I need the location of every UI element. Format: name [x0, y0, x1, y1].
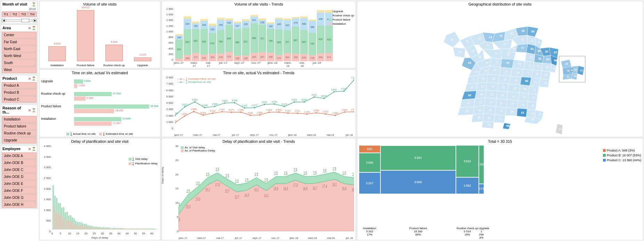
- svg-text:2,5: 2,5: [274, 171, 278, 176]
- svg-text:92: 92: [571, 69, 573, 71]
- filter-item[interactable]: John DOE A: [2, 153, 37, 159]
- legend-label: ∑ Estimated time on site: [103, 132, 133, 135]
- svg-point-102: [193, 111, 194, 112]
- svg-text:2,5: 2,5: [196, 181, 200, 186]
- svg-text:06: 06: [538, 113, 541, 116]
- svg-text:82: 82: [489, 109, 492, 112]
- svg-text:33: 33: [468, 94, 471, 97]
- year-label: 2018: [1, 7, 37, 11]
- clear-filter-icon[interactable]: ⏳: [32, 26, 36, 30]
- quarter-tr2[interactable]: Tr2: [10, 11, 19, 17]
- svg-point-164: [304, 101, 305, 103]
- svg-text:14,3: 14,3: [244, 193, 249, 197]
- filter-item[interactable]: North East: [2, 46, 37, 52]
- filter-item[interactable]: West: [2, 67, 37, 73]
- svg-text:71: 71: [527, 72, 530, 75]
- chart-title: Total = 30 315: [357, 138, 643, 145]
- svg-text:77: 77: [580, 70, 583, 72]
- filter-item[interactable]: John DOE C: [2, 166, 37, 173]
- filter-item[interactable]: Product B: [2, 89, 37, 96]
- chart-volume-trends: Volume of site visits - Trends 1 8001 60…: [161, 1, 356, 69]
- svg-text:3 386: 3 386: [212, 103, 218, 105]
- svg-text:3 180: 3 180: [202, 104, 208, 107]
- svg-text:2 580: 2 580: [191, 108, 197, 110]
- multiselect-icon[interactable]: ⤬: [28, 77, 31, 80]
- svg-text:2,5: 2,5: [235, 179, 239, 184]
- quarter-tr4[interactable]: Tr4: [28, 11, 37, 17]
- svg-text:58: 58: [517, 71, 520, 74]
- clear-filter-icon[interactable]: ⏳: [32, 147, 36, 151]
- multiselect-icon[interactable]: ⤬: [28, 108, 31, 112]
- svg-text:26: 26: [532, 96, 535, 99]
- svg-text:2 207: 2 207: [323, 110, 329, 113]
- svg-text:4 633: 4 633: [321, 95, 327, 97]
- svg-text:17: 17: [470, 86, 474, 89]
- svg-text:3 323: 3 323: [182, 103, 188, 106]
- svg-text:43: 43: [513, 87, 516, 90]
- svg-text:16,2: 16,2: [254, 187, 259, 192]
- svg-text:69: 69: [525, 79, 528, 83]
- svg-text:3 948: 3 948: [232, 99, 238, 102]
- clear-filter-icon[interactable]: ⏳: [32, 2, 36, 6]
- svg-point-100: [184, 116, 185, 117]
- multiselect-icon[interactable]: ⤬: [28, 147, 31, 151]
- svg-text:67: 67: [554, 51, 557, 54]
- filter-item[interactable]: Installation: [2, 116, 37, 123]
- svg-text:77: 77: [521, 47, 524, 50]
- svg-text:2 382: 2 382: [313, 109, 319, 112]
- clear-filter-icon[interactable]: ⏳: [32, 77, 36, 80]
- svg-text:13,0: 13,0: [195, 197, 200, 201]
- filter-item[interactable]: Far East: [2, 39, 37, 45]
- slider-track[interactable]: [6, 19, 32, 22]
- svg-text:17,4: 17,4: [322, 184, 327, 188]
- filter-item[interactable]: South: [2, 60, 37, 66]
- filter-item[interactable]: John DOE G: [2, 194, 37, 201]
- filter-item[interactable]: Product failure: [2, 123, 37, 130]
- quarter-tr3[interactable]: Tr3: [19, 11, 28, 17]
- france-map[interactable]: 29 22 56 35 50 14 61 53 44 76 27 80 62 5…: [357, 7, 643, 136]
- svg-point-120: [278, 111, 279, 113]
- svg-text:73: 73: [533, 88, 536, 92]
- filter-item[interactable]: North West: [2, 53, 37, 59]
- filter-item[interactable]: Routine check up: [2, 130, 37, 137]
- time-slider[interactable]: ◀ ▶: [1, 18, 37, 23]
- quarter-tr1[interactable]: Tr1: [2, 11, 10, 17]
- slider-right-icon[interactable]: ▶: [33, 19, 37, 22]
- svg-text:3 692: 3 692: [261, 101, 267, 103]
- svg-text:53: 53: [478, 55, 482, 59]
- filter-item[interactable]: John DOE H: [2, 201, 37, 208]
- svg-point-144: [204, 107, 206, 108]
- svg-text:56: 56: [458, 51, 461, 54]
- svg-text:30: 30: [511, 102, 514, 106]
- chart-delay-trends: Delay of planification and site visit - …: [161, 138, 356, 240]
- svg-text:2 547: 2 547: [219, 108, 225, 111]
- svg-point-118: [268, 111, 270, 113]
- svg-text:65: 65: [477, 116, 481, 119]
- svg-text:61: 61: [487, 44, 490, 47]
- svg-text:03: 03: [504, 78, 507, 81]
- svg-text:46: 46: [490, 101, 493, 104]
- clear-filter-icon[interactable]: ⏳: [32, 108, 36, 112]
- filter-item[interactable]: Product C: [2, 96, 37, 103]
- filter-item[interactable]: John DOE D: [2, 173, 37, 180]
- svg-text:2,5: 2,5: [245, 178, 249, 182]
- svg-text:57: 57: [545, 50, 548, 53]
- svg-text:1 956: 1 956: [175, 112, 178, 115]
- svg-text:24: 24: [480, 93, 483, 96]
- filter-item[interactable]: Center: [2, 32, 37, 38]
- filter-item[interactable]: Upgrade: [2, 137, 37, 143]
- multiselect-icon[interactable]: ⤬: [28, 26, 31, 30]
- slider-thumb[interactable]: [22, 19, 29, 22]
- filter-item[interactable]: John DOE B: [2, 160, 37, 166]
- svg-text:10: 10: [530, 55, 533, 59]
- svg-text:15: 15: [501, 94, 504, 97]
- svg-text:44: 44: [468, 61, 471, 64]
- filter-item[interactable]: Product A: [2, 82, 37, 89]
- slider-left-icon[interactable]: ◀: [2, 19, 5, 22]
- svg-point-132: [335, 115, 336, 116]
- svg-text:5,8: 5,8: [178, 217, 180, 222]
- svg-text:17,8: 17,8: [293, 183, 298, 187]
- filter-item[interactable]: John DOE E: [2, 180, 37, 187]
- svg-text:51: 51: [531, 47, 534, 50]
- filter-item[interactable]: John DOE F: [2, 187, 37, 194]
